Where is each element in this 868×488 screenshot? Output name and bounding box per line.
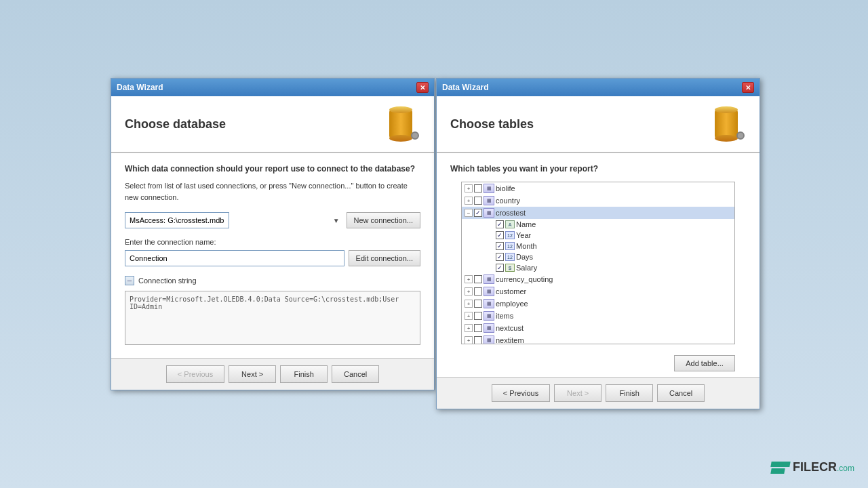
tree-label-biolife: biolife — [496, 184, 515, 192]
left-description: Select from list of last used connection… — [125, 180, 420, 203]
right-cancel-button[interactable]: Cancel — [657, 384, 705, 402]
connection-string-header[interactable]: ─ Connection string — [125, 276, 420, 285]
tree-item-biolife[interactable]: + ▦ biolife — [462, 182, 734, 195]
tree-item-currency[interactable]: + ▦ currency_quoting — [462, 273, 734, 285]
table-icon-items: ▦ — [484, 311, 494, 321]
left-window-content: Choose database Which data connection sh… — [111, 96, 434, 358]
tree-item-salary-field[interactable]: $ Salary — [462, 262, 734, 273]
tree-item-nextitem[interactable]: + ▦ nextitem — [462, 334, 734, 344]
left-close-button[interactable]: ✕ — [416, 82, 429, 93]
cb-nextcust[interactable] — [474, 324, 482, 332]
field-type-12-year-icon: 12 — [505, 231, 515, 239]
filecr-text-group: FILECR .com — [793, 460, 854, 474]
left-question: Which data connection should your report… — [125, 164, 420, 174]
tree-item-customer[interactable]: + ▦ customer — [462, 285, 734, 298]
table-icon-currency: ▦ — [484, 274, 494, 284]
tree-item-country[interactable]: + ▦ country — [462, 195, 734, 207]
table-tree[interactable]: + ▦ biolife + ▦ country − — [461, 182, 735, 344]
expand-customer[interactable]: + — [465, 287, 473, 296]
filecr-dotcom: .com — [837, 464, 854, 473]
table-icon-customer: ▦ — [484, 287, 494, 296]
right-db-plug-shape — [736, 131, 745, 140]
left-wizard-header: Choose database — [111, 96, 434, 153]
expand-employee[interactable]: + — [465, 300, 473, 308]
right-db-icon — [712, 107, 746, 141]
new-connection-button[interactable]: New connection... — [347, 212, 420, 228]
connection-dropdown[interactable]: MsAccess: G:\crosstest.mdb — [125, 212, 229, 228]
cb-salary[interactable] — [496, 264, 504, 272]
expand-biolife[interactable]: + — [465, 184, 473, 192]
conn-name-input[interactable] — [125, 250, 344, 266]
connection-string-label: Connection string — [138, 277, 197, 285]
filecr-watermark: FILECR .com — [771, 460, 854, 474]
left-window-title: Data Wizard — [117, 83, 163, 92]
right-previous-button[interactable]: < Previous — [492, 384, 550, 402]
table-icon-nextcust: ▦ — [484, 323, 494, 333]
cb-items[interactable] — [474, 312, 482, 320]
tree-item-employee[interactable]: + ▦ employee — [462, 298, 734, 310]
field-type-12-days-icon: 12 — [505, 253, 515, 261]
tree-item-month-field[interactable]: 12 Month — [462, 241, 734, 251]
right-window-content: Choose tables Which tables you want in y… — [437, 96, 760, 377]
tree-item-items[interactable]: + ▦ items — [462, 310, 734, 322]
tree-label-country: country — [496, 197, 520, 205]
left-finish-button[interactable]: Finish — [280, 365, 328, 383]
tree-label-crosstest: crosstest — [496, 209, 526, 217]
add-table-button[interactable]: Add table... — [674, 355, 735, 371]
cb-country[interactable] — [474, 197, 482, 205]
filecr-bar1 — [770, 462, 790, 467]
collapse-icon: ─ — [125, 276, 134, 285]
cb-days[interactable] — [496, 253, 504, 261]
tree-item-crosstest[interactable]: − ▦ crosstest — [462, 207, 734, 219]
expand-nextitem[interactable]: + — [465, 336, 473, 344]
table-icon-crosstest: ▦ — [484, 208, 494, 218]
tree-item-days-field[interactable]: 12 Days — [462, 251, 734, 262]
expand-crosstest[interactable]: − — [465, 209, 473, 217]
cb-currency[interactable] — [474, 275, 482, 283]
conn-name-row: Edit connection... — [125, 250, 420, 266]
cb-year[interactable] — [496, 231, 504, 239]
left-title-bar: Data Wizard ✕ — [111, 79, 434, 96]
tree-label-employee: employee — [496, 300, 528, 308]
right-next-button[interactable]: Next > — [554, 384, 601, 402]
db-cylinder-shape — [389, 110, 412, 138]
expand-country[interactable]: + — [465, 197, 473, 205]
left-previous-button[interactable]: < Previous — [166, 365, 224, 383]
tree-label-days: Days — [516, 253, 533, 261]
field-type-dollar-icon: $ — [505, 264, 515, 272]
cb-customer[interactable] — [474, 287, 482, 296]
expand-currency[interactable]: + — [465, 275, 473, 283]
cb-employee[interactable] — [474, 300, 482, 308]
conn-name-label: Enter the connection name: — [125, 238, 420, 246]
left-cancel-button[interactable]: Cancel — [332, 365, 379, 383]
desktop: Data Wizard ✕ Choose database Which data… — [0, 0, 868, 488]
tree-item-name-field[interactable]: A Name — [462, 219, 734, 230]
expand-nextcust[interactable]: + — [465, 324, 473, 332]
left-wizard-title: Choose database — [125, 117, 226, 131]
connection-string-textarea[interactable] — [125, 291, 420, 345]
right-finish-button[interactable]: Finish — [606, 384, 653, 402]
cb-crosstest[interactable] — [474, 209, 482, 217]
dropdown-arrow-icon: ▼ — [333, 217, 340, 224]
connection-row: MsAccess: G:\crosstest.mdb ▼ New connect… — [125, 212, 420, 228]
cb-biolife[interactable] — [474, 184, 482, 192]
edit-connection-button[interactable]: Edit connection... — [349, 250, 420, 266]
expand-items[interactable]: + — [465, 312, 473, 320]
tree-item-year-field[interactable]: 12 Year — [462, 230, 734, 241]
tree-label-items: items — [496, 312, 513, 320]
right-db-cylinder-shape — [715, 110, 738, 138]
filecr-icon — [771, 462, 790, 474]
right-wizard-body: Which tables you want in your report? + … — [437, 153, 760, 377]
right-close-button[interactable]: ✕ — [742, 82, 754, 93]
db-plug-shape — [411, 131, 419, 140]
cb-nextitem[interactable] — [474, 336, 482, 344]
right-wizard-title: Choose tables — [450, 117, 534, 131]
tree-item-nextcust[interactable]: + ▦ nextcust — [462, 322, 734, 334]
left-next-button[interactable]: Next > — [229, 365, 276, 383]
cb-month[interactable] — [496, 242, 504, 250]
right-wizard-window: Data Wizard ✕ Choose tables Which tables… — [436, 78, 760, 409]
right-question: Which tables you want in your report? — [450, 164, 746, 174]
tree-label-nextcust: nextcust — [496, 324, 524, 332]
table-icon-biolife: ▦ — [484, 184, 494, 193]
cb-name[interactable] — [496, 220, 504, 228]
